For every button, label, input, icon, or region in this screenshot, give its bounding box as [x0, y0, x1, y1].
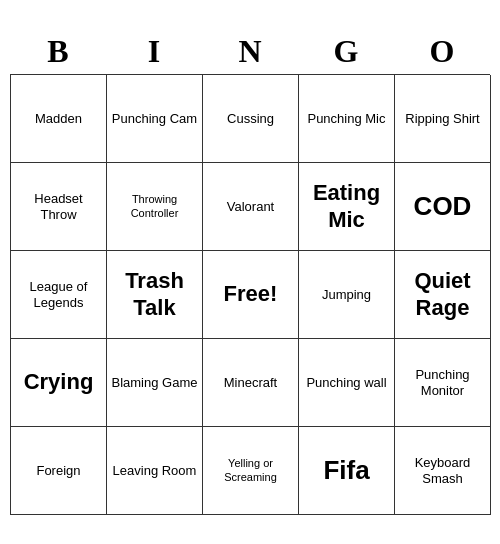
cell-20[interactable]: Foreign — [11, 427, 107, 515]
cell-text-16: Blaming Game — [112, 375, 198, 391]
bingo-header: BINGO — [10, 29, 490, 74]
cell-text-2: Cussing — [227, 111, 274, 127]
cell-text-12: Free! — [224, 281, 278, 307]
cell-22[interactable]: Yelling or Screaming — [203, 427, 299, 515]
cell-24[interactable]: Keyboard Smash — [395, 427, 491, 515]
cell-10[interactable]: League of Legends — [11, 251, 107, 339]
bingo-card: BINGO MaddenPunching CamCussingPunching … — [10, 29, 490, 515]
cell-16[interactable]: Blaming Game — [107, 339, 203, 427]
header-letter-o: O — [398, 33, 486, 70]
cell-text-4: Ripping Shirt — [405, 111, 479, 127]
cell-15[interactable]: Crying — [11, 339, 107, 427]
cell-17[interactable]: Minecraft — [203, 339, 299, 427]
cell-text-18: Punching wall — [306, 375, 386, 391]
cell-text-17: Minecraft — [224, 375, 277, 391]
cell-21[interactable]: Leaving Room — [107, 427, 203, 515]
cell-13[interactable]: Jumping — [299, 251, 395, 339]
cell-3[interactable]: Punching Mic — [299, 75, 395, 163]
cell-text-23: Fifa — [323, 455, 369, 486]
cell-text-6: Throwing Controller — [111, 193, 198, 219]
cell-text-11: Trash Talk — [111, 268, 198, 321]
cell-text-21: Leaving Room — [113, 463, 197, 479]
cell-18[interactable]: Punching wall — [299, 339, 395, 427]
cell-text-0: Madden — [35, 111, 82, 127]
cell-text-13: Jumping — [322, 287, 371, 303]
cell-12[interactable]: Free! — [203, 251, 299, 339]
cell-text-14: Quiet Rage — [399, 268, 486, 321]
cell-5[interactable]: Headset Throw — [11, 163, 107, 251]
cell-text-7: Valorant — [227, 199, 274, 215]
cell-7[interactable]: Valorant — [203, 163, 299, 251]
cell-text-20: Foreign — [36, 463, 80, 479]
cell-6[interactable]: Throwing Controller — [107, 163, 203, 251]
cell-2[interactable]: Cussing — [203, 75, 299, 163]
cell-4[interactable]: Ripping Shirt — [395, 75, 491, 163]
cell-text-10: League of Legends — [15, 279, 102, 310]
cell-text-9: COD — [414, 191, 472, 222]
bingo-grid: MaddenPunching CamCussingPunching MicRip… — [10, 74, 490, 515]
header-letter-b: B — [14, 33, 102, 70]
cell-text-3: Punching Mic — [307, 111, 385, 127]
cell-0[interactable]: Madden — [11, 75, 107, 163]
cell-11[interactable]: Trash Talk — [107, 251, 203, 339]
cell-text-22: Yelling or Screaming — [207, 457, 294, 483]
cell-23[interactable]: Fifa — [299, 427, 395, 515]
cell-8[interactable]: Eating Mic — [299, 163, 395, 251]
cell-14[interactable]: Quiet Rage — [395, 251, 491, 339]
cell-text-8: Eating Mic — [303, 180, 390, 233]
header-letter-i: I — [110, 33, 198, 70]
header-letter-g: G — [302, 33, 390, 70]
cell-text-1: Punching Cam — [112, 111, 197, 127]
header-letter-n: N — [206, 33, 294, 70]
cell-text-19: Punching Monitor — [399, 367, 486, 398]
cell-text-5: Headset Throw — [15, 191, 102, 222]
cell-text-15: Crying — [24, 369, 94, 395]
cell-9[interactable]: COD — [395, 163, 491, 251]
cell-1[interactable]: Punching Cam — [107, 75, 203, 163]
cell-text-24: Keyboard Smash — [399, 455, 486, 486]
cell-19[interactable]: Punching Monitor — [395, 339, 491, 427]
